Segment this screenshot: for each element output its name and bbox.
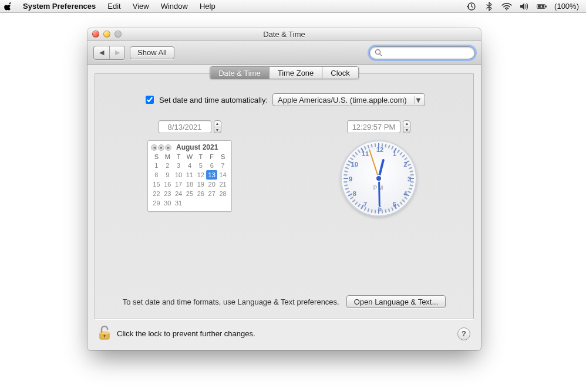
calendar-dow-cell: S (151, 153, 162, 161)
calendar-day[interactable]: 19 (195, 180, 206, 189)
volume-icon[interactable] (519, 1, 530, 12)
time-machine-icon[interactable] (466, 1, 477, 12)
calendar-day[interactable]: 20 (206, 180, 217, 189)
battery-icon[interactable] (537, 1, 547, 12)
formats-hint: To set date and time formats, use Langua… (123, 298, 339, 306)
help-button[interactable]: ? (457, 327, 470, 340)
calendar-day[interactable]: 29 (151, 198, 162, 208)
calendar-day[interactable]: 21 (217, 180, 228, 189)
tab-time-zone[interactable]: Time Zone (269, 67, 322, 79)
calendar-day[interactable]: 1 (151, 161, 162, 170)
calendar-day[interactable]: 18 (184, 180, 196, 189)
calendar-day[interactable]: 16 (162, 180, 173, 189)
date-stepper[interactable]: ▲ ▼ (214, 120, 221, 133)
wifi-icon[interactable] (501, 1, 512, 12)
apple-logo-icon[interactable] (4, 2, 13, 11)
calendar-day[interactable]: 14 (217, 170, 228, 180)
auto-checkbox-label[interactable]: Set date and time automatically: (143, 94, 268, 106)
time-server-value: Apple Americas/U.S. (time.apple.com) (278, 96, 407, 104)
pane-tabs: Date & Time Time Zone Clock (210, 66, 359, 79)
clock-tick (402, 199, 405, 202)
open-language-text-label: Open Language & Text... (354, 298, 439, 306)
search-input[interactable] (384, 48, 471, 58)
calendar-day[interactable]: 8 (151, 170, 162, 180)
chevron-down-icon: ▼ (414, 96, 422, 104)
titlebar: Date & Time (87, 28, 481, 41)
time-field-wrap: 12:29:57 PM ▲ ▼ (347, 120, 411, 133)
menu-help[interactable]: Help (194, 0, 221, 13)
calendar-day[interactable]: 17 (173, 180, 184, 189)
date-field[interactable]: 8/13/2021 (159, 120, 211, 133)
clock-tick (410, 184, 413, 186)
clock-tick (371, 209, 373, 213)
calendar-day[interactable]: 23 (162, 189, 173, 198)
clock-tick (409, 178, 414, 179)
calendar-day[interactable]: 25 (184, 189, 196, 198)
open-language-text-button[interactable]: Open Language & Text... (346, 295, 446, 308)
calendar-day[interactable]: 13 (206, 170, 217, 180)
calendar-day[interactable]: 27 (206, 189, 217, 198)
time-stepper[interactable]: ▲ ▼ (403, 120, 410, 133)
svg-rect-9 (104, 336, 105, 337)
time-field[interactable]: 12:29:57 PM (347, 120, 401, 133)
clock-tick (344, 171, 348, 173)
calendar-day[interactable]: 3 (173, 161, 184, 170)
show-all-button[interactable]: Show All (130, 46, 174, 59)
calendar-day[interactable]: 31 (173, 198, 184, 208)
lock-open-icon[interactable] (98, 325, 111, 342)
clock-tick (409, 167, 412, 170)
calendar-day[interactable]: 7 (217, 161, 228, 170)
clock-tick (404, 157, 407, 160)
cal-prev-icon[interactable]: ◂ (151, 144, 157, 151)
cal-next-icon[interactable]: ▸ (165, 144, 171, 151)
calendar-grid: 1234567891011121314151617181920212223242… (151, 161, 228, 208)
calendar-day[interactable]: 12 (195, 170, 206, 180)
battery-percent: (100%) (554, 2, 579, 11)
clock-tick (388, 208, 390, 212)
calendar-day[interactable]: 9 (162, 170, 173, 180)
auto-row: Set date and time automatically: Apple A… (95, 73, 473, 117)
time-step-down-icon[interactable]: ▼ (403, 127, 410, 133)
cal-today-icon[interactable]: ● (158, 144, 164, 151)
back-button[interactable]: ◀ (94, 46, 109, 59)
clock-tick (368, 145, 370, 148)
forward-button[interactable]: ▶ (109, 46, 124, 59)
time-server-combo[interactable]: Apple Americas/U.S. (time.apple.com) ▼ (272, 93, 425, 106)
pane-inset: Date & Time Time Zone Clock Set date and… (95, 73, 474, 319)
search-field[interactable] (369, 46, 475, 59)
calendar-day[interactable]: 5 (195, 161, 206, 170)
date-step-down-icon[interactable]: ▼ (214, 127, 221, 133)
clock-tick (344, 184, 348, 186)
calendar-dow-cell: M (162, 153, 173, 161)
menu-window[interactable]: Window (156, 0, 193, 13)
calendar-day[interactable]: 15 (151, 180, 162, 189)
minimize-icon[interactable] (103, 31, 110, 38)
tab-clock[interactable]: Clock (322, 67, 358, 79)
calendar-day[interactable]: 11 (184, 170, 196, 180)
calendar[interactable]: ◂ ● ▸ August 2021 SMTWTFS 12345678910111… (147, 140, 232, 212)
calendar-day[interactable]: 24 (173, 189, 184, 198)
clock-tick (391, 146, 393, 150)
calendar-day[interactable]: 6 (206, 161, 217, 170)
close-icon[interactable] (92, 31, 99, 38)
zoom-icon[interactable] (114, 31, 122, 38)
app-name[interactable]: System Preferences (18, 0, 101, 13)
analog-clock: PM 123456789101112 (341, 140, 417, 217)
calendar-day[interactable]: 2 (162, 161, 173, 170)
time-step-up-icon[interactable]: ▲ (403, 121, 410, 127)
calendar-day[interactable]: 30 (162, 198, 173, 208)
menu-view[interactable]: View (127, 0, 154, 13)
calendar-dow-cell: T (173, 153, 184, 161)
calendar-day[interactable]: 4 (184, 161, 196, 170)
auto-checkbox[interactable] (146, 96, 154, 104)
menu-edit[interactable]: Edit (102, 0, 126, 13)
calendar-day[interactable]: 26 (195, 189, 206, 198)
bluetooth-icon[interactable] (484, 1, 494, 12)
calendar-day[interactable]: 28 (217, 189, 228, 198)
calendar-day[interactable]: 22 (151, 189, 162, 198)
clock-numeral: 12 (374, 146, 386, 153)
tab-date-time[interactable]: Date & Time (210, 67, 269, 79)
date-step-up-icon[interactable]: ▲ (214, 121, 221, 127)
window-title: Date & Time (263, 30, 305, 39)
calendar-day[interactable]: 10 (173, 170, 184, 180)
